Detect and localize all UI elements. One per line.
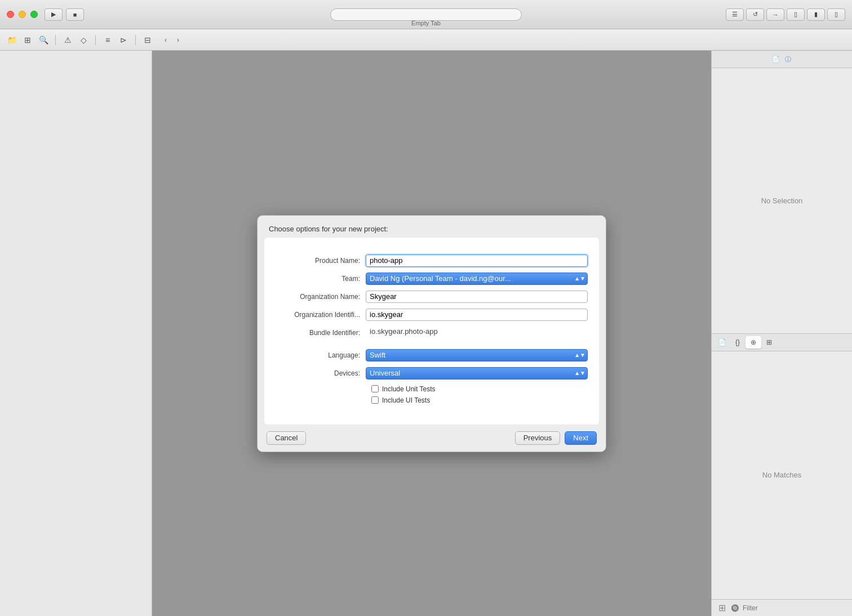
add-file-button[interactable]: 📄 bbox=[770, 53, 782, 65]
unit-tests-row: Include Unit Tests bbox=[371, 385, 588, 393]
team-select[interactable]: David Ng (Personal Team - david.ng@our..… bbox=[366, 273, 588, 285]
grid-icon[interactable]: ⊞ bbox=[21, 34, 34, 46]
dialog-content: Product Name: Team: David Ng (Personal T… bbox=[264, 238, 599, 425]
language-select-wrapper: Swift Objective-C ▲▼ bbox=[366, 349, 588, 361]
devices-select[interactable]: Universal iPhone iPad bbox=[366, 367, 588, 380]
dialog-title: Choose options for your new project: bbox=[258, 216, 606, 238]
grid-view-button[interactable]: ⊞ bbox=[716, 602, 727, 614]
help-button[interactable]: ⓘ bbox=[782, 53, 795, 65]
inspector-top: 📄 ⓘ No Selection bbox=[712, 51, 852, 334]
title-bar-controls: ▶ ■ bbox=[45, 8, 84, 21]
dialog-footer-left: Cancel bbox=[267, 431, 306, 445]
inspector-panel-header: 📄 ⓘ bbox=[712, 51, 852, 68]
main-content: Choose options for your new project: Pro… bbox=[0, 51, 852, 616]
sidebar-left bbox=[0, 51, 152, 616]
separator bbox=[55, 35, 56, 45]
product-name-label: Product Name: bbox=[276, 257, 366, 265]
list-view-button[interactable]: ☰ bbox=[726, 8, 744, 21]
run-button[interactable]: ▶ bbox=[45, 8, 63, 21]
list-icon[interactable]: ≡ bbox=[101, 34, 114, 46]
org-identifier-row: Organization Identifi... bbox=[276, 309, 588, 321]
ui-tests-row: Include UI Tests bbox=[371, 396, 588, 404]
devices-select-wrapper: Universal iPhone iPad ▲▼ bbox=[366, 367, 588, 380]
previous-button[interactable]: Previous bbox=[515, 431, 561, 445]
new-project-dialog: Choose options for your new project: Pro… bbox=[257, 215, 606, 452]
cancel-button[interactable]: Cancel bbox=[267, 431, 306, 445]
forward-button[interactable]: → bbox=[766, 8, 784, 21]
bundle-identifier-value: io.skygear.photo-app bbox=[366, 327, 588, 339]
toolbar: 📁 ⊞ 🔍 ⚠ ◇ ≡ ⊳ ⊟ ‹ › bbox=[0, 29, 852, 51]
close-button[interactable] bbox=[7, 11, 14, 18]
search-icon[interactable]: 🔍 bbox=[37, 34, 50, 46]
diamond-icon[interactable]: ◇ bbox=[77, 34, 90, 46]
bundle-identifier-row: Bundle Identifier: io.skygear.photo-app bbox=[276, 327, 588, 339]
tab-quick[interactable]: ⊕ bbox=[746, 336, 761, 349]
tab-code[interactable]: {} bbox=[730, 336, 746, 349]
split-view-icon[interactable]: ⊟ bbox=[141, 34, 154, 46]
language-row: Language: Swift Objective-C ▲▼ bbox=[276, 349, 588, 361]
dialog-backdrop: Choose options for your new project: Pro… bbox=[152, 51, 711, 616]
panel-right-button[interactable]: ▯ bbox=[827, 8, 845, 21]
devices-label: Devices: bbox=[276, 369, 366, 377]
devices-row: Devices: Universal iPhone iPad ▲▼ bbox=[276, 367, 588, 380]
no-matches-area: No Matches bbox=[712, 351, 852, 600]
stop-button[interactable]: ■ bbox=[66, 8, 84, 21]
title-bar: ▶ ■ ☰ ↺ → ▯ ▮ ▯ Empty Tab bbox=[0, 0, 852, 29]
unit-tests-label: Include Unit Tests bbox=[382, 385, 436, 393]
minimize-button[interactable] bbox=[19, 11, 26, 18]
org-name-row: Organization Name: bbox=[276, 291, 588, 303]
separator bbox=[95, 35, 96, 45]
org-name-input[interactable] bbox=[366, 291, 588, 303]
team-label: Team: bbox=[276, 275, 366, 283]
inspector-footer: ⊞ 🔘 bbox=[712, 599, 852, 616]
inspector-tabs: 📄 {} ⊕ ⊞ bbox=[712, 334, 852, 351]
window-title: Empty Tab bbox=[411, 20, 441, 26]
team-row: Team: David Ng (Personal Team - david.ng… bbox=[276, 273, 588, 285]
warning-icon[interactable]: ⚠ bbox=[61, 34, 74, 46]
back-icon[interactable]: ‹ bbox=[159, 34, 172, 46]
bundle-identifier-label: Bundle Identifier: bbox=[276, 329, 366, 337]
filter-icon: 🔘 bbox=[731, 604, 739, 612]
ui-tests-checkbox[interactable] bbox=[371, 396, 379, 404]
center-area: Choose options for your new project: Pro… bbox=[152, 51, 711, 616]
product-name-row: Product Name: bbox=[276, 255, 588, 267]
language-label: Language: bbox=[276, 351, 366, 359]
title-bar-right: ☰ ↺ → ▯ ▮ ▯ bbox=[726, 8, 845, 21]
panel-center-button[interactable]: ▮ bbox=[807, 8, 825, 21]
org-identifier-input[interactable] bbox=[366, 309, 588, 321]
folder-icon[interactable]: 📁 bbox=[6, 34, 18, 46]
inspector-bottom: 📄 {} ⊕ ⊞ No Matches ⊞ 🔘 bbox=[712, 334, 852, 617]
tab-layout[interactable]: ⊞ bbox=[761, 336, 777, 349]
next-button[interactable]: Next bbox=[565, 431, 597, 445]
search-input[interactable] bbox=[330, 8, 522, 21]
filter-input[interactable] bbox=[743, 604, 847, 612]
unit-tests-checkbox[interactable] bbox=[371, 385, 379, 392]
dialog-footer: Cancel Previous Next bbox=[258, 425, 606, 452]
no-matches-text: No Matches bbox=[762, 471, 801, 479]
maximize-button[interactable] bbox=[30, 11, 38, 18]
separator bbox=[135, 35, 136, 45]
title-bar-center bbox=[330, 8, 522, 21]
tag-icon[interactable]: ⊳ bbox=[117, 34, 130, 46]
org-name-label: Organization Name: bbox=[276, 293, 366, 301]
inspector-panel: 📄 ⓘ No Selection 📄 {} ⊕ ⊞ No Matches ⊞ 🔘 bbox=[711, 51, 852, 616]
ui-tests-label: Include UI Tests bbox=[382, 396, 430, 404]
org-identifier-label: Organization Identifi... bbox=[276, 311, 366, 319]
tab-file[interactable]: 📄 bbox=[714, 336, 730, 349]
forward-icon[interactable]: › bbox=[172, 34, 184, 46]
traffic-lights bbox=[7, 11, 38, 18]
language-select[interactable]: Swift Objective-C bbox=[366, 349, 588, 361]
no-selection-text: No Selection bbox=[761, 197, 803, 205]
history-button[interactable]: ↺ bbox=[746, 8, 764, 21]
no-selection-area: No Selection bbox=[761, 68, 803, 333]
panel-left-button[interactable]: ▯ bbox=[787, 8, 805, 21]
product-name-input[interactable] bbox=[366, 255, 588, 267]
team-select-wrapper: David Ng (Personal Team - david.ng@our..… bbox=[366, 273, 588, 285]
